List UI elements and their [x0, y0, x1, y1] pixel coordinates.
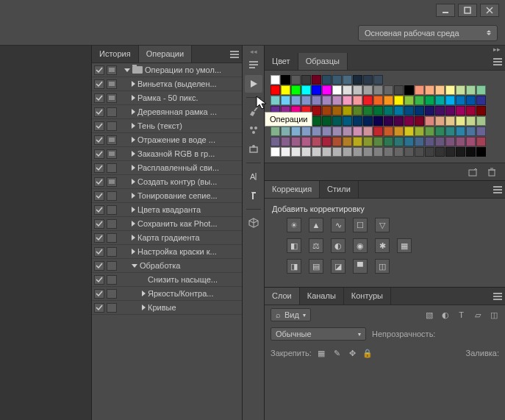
swatch[interactable] [373, 147, 383, 157]
swatch[interactable] [384, 85, 393, 95]
action-row[interactable]: Яркость/Контра... [92, 287, 242, 301]
swatch[interactable] [291, 137, 301, 146]
tab-actions[interactable]: Операции [139, 46, 192, 63]
swatch[interactable] [343, 127, 352, 136]
swatch[interactable] [394, 137, 404, 146]
action-row[interactable]: Кривые [92, 301, 242, 315]
action-row[interactable]: Рамка - 50 пикс. [92, 91, 242, 105]
toggle-check[interactable] [94, 275, 104, 285]
toggle-check[interactable] [94, 247, 104, 257]
swatch[interactable] [456, 85, 465, 95]
toggle-check[interactable] [94, 107, 104, 117]
swatch[interactable] [322, 147, 332, 157]
swatch[interactable] [404, 85, 414, 95]
swatch[interactable] [445, 116, 455, 126]
swatch[interactable] [271, 127, 280, 136]
swatch[interactable] [322, 137, 332, 146]
new-swatch-button[interactable] [467, 166, 479, 178]
swatch[interactable] [332, 106, 342, 115]
bw-adj-icon[interactable]: ◐ [331, 238, 345, 253]
swatch[interactable] [445, 147, 455, 157]
disclosure-triangle-icon[interactable] [132, 81, 135, 87]
modal-toggle[interactable] [107, 135, 117, 145]
modal-toggle[interactable] [107, 303, 117, 313]
swatch[interactable] [363, 127, 373, 136]
collapse-panels-button[interactable]: ▸▸ [265, 46, 505, 53]
swatch[interactable] [281, 96, 290, 105]
swatch[interactable] [384, 137, 393, 146]
swatch[interactable] [466, 85, 476, 95]
balance-adj-icon[interactable]: ⚖ [309, 238, 323, 253]
toggle-check[interactable] [94, 303, 104, 313]
toggle-check[interactable] [94, 219, 104, 229]
swatch[interactable] [466, 137, 476, 146]
tab-layers[interactable]: Слои [265, 288, 300, 305]
swatch[interactable] [394, 96, 404, 105]
disclosure-triangle-icon[interactable] [132, 95, 135, 101]
action-row[interactable]: Тонирование сепие... [92, 189, 242, 203]
paragraph-dock-icon[interactable] [245, 187, 262, 204]
action-row[interactable]: Заказной RGB в гр... [92, 147, 242, 161]
toggle-check[interactable] [94, 289, 104, 299]
swatch[interactable] [476, 127, 486, 136]
swatch[interactable] [404, 147, 414, 157]
swatch[interactable] [363, 75, 373, 85]
swatch[interactable] [394, 106, 404, 115]
swatch[interactable] [435, 96, 445, 105]
action-row[interactable]: Расплавленный сви... [92, 161, 242, 175]
swatch[interactable] [425, 147, 434, 157]
modal-toggle[interactable] [107, 121, 117, 131]
modal-toggle[interactable] [107, 79, 117, 89]
levels-adj-icon[interactable]: ▲ [309, 218, 323, 232]
swatch[interactable] [363, 147, 373, 157]
swatch[interactable] [466, 106, 476, 115]
swatch[interactable] [415, 127, 424, 136]
swatch[interactable] [353, 147, 362, 157]
swatch[interactable] [291, 127, 301, 136]
swatch[interactable] [281, 85, 290, 95]
selective-adj-icon[interactable]: ◫ [375, 259, 390, 274]
action-row[interactable]: Тень (текст) [92, 119, 242, 133]
disclosure-triangle-icon[interactable] [142, 305, 146, 310]
disclosure-triangle-icon[interactable] [142, 291, 146, 296]
swatch[interactable] [445, 96, 455, 105]
swatch[interactable] [476, 137, 486, 146]
modal-toggle[interactable] [107, 149, 117, 159]
swatch[interactable] [291, 75, 301, 85]
swatch[interactable] [435, 85, 445, 95]
swatch[interactable] [363, 96, 373, 105]
action-row[interactable]: Снизить насыще... [92, 273, 242, 287]
actions-dock-icon[interactable] [245, 75, 262, 93]
action-row[interactable]: Создать контур (вы... [92, 175, 242, 189]
swatch[interactable] [301, 96, 311, 105]
swatch[interactable] [332, 116, 342, 126]
swatch[interactable] [343, 147, 352, 157]
swatch[interactable] [312, 85, 321, 95]
hue-adj-icon[interactable]: ◧ [287, 238, 301, 253]
swatch[interactable] [373, 137, 383, 146]
action-row[interactable]: Цвета квадранта [92, 203, 242, 217]
brightness-adj-icon[interactable]: ☀ [287, 218, 301, 232]
swatch[interactable] [322, 127, 332, 136]
swatch[interactable] [343, 96, 352, 105]
swatch[interactable] [476, 85, 486, 95]
swatch[interactable] [415, 116, 424, 126]
maximize-button[interactable] [458, 4, 477, 17]
tab-styles[interactable]: Стили [320, 181, 359, 198]
swatch[interactable] [394, 85, 404, 95]
swatch[interactable] [384, 116, 393, 126]
swatch[interactable] [466, 127, 476, 136]
swatch[interactable] [394, 116, 404, 126]
close-button[interactable] [480, 4, 499, 17]
swatch[interactable] [476, 106, 486, 115]
lock-position-icon[interactable]: ✥ [347, 348, 358, 359]
swatch[interactable] [363, 106, 373, 115]
toggle-check[interactable] [94, 163, 104, 173]
toggle-check[interactable] [94, 261, 104, 271]
swatch[interactable] [353, 116, 362, 126]
modal-toggle[interactable] [107, 275, 117, 285]
swatch[interactable] [363, 116, 373, 126]
swatch[interactable] [353, 96, 362, 105]
minimize-button[interactable] [436, 4, 455, 17]
swatch[interactable] [435, 147, 445, 157]
